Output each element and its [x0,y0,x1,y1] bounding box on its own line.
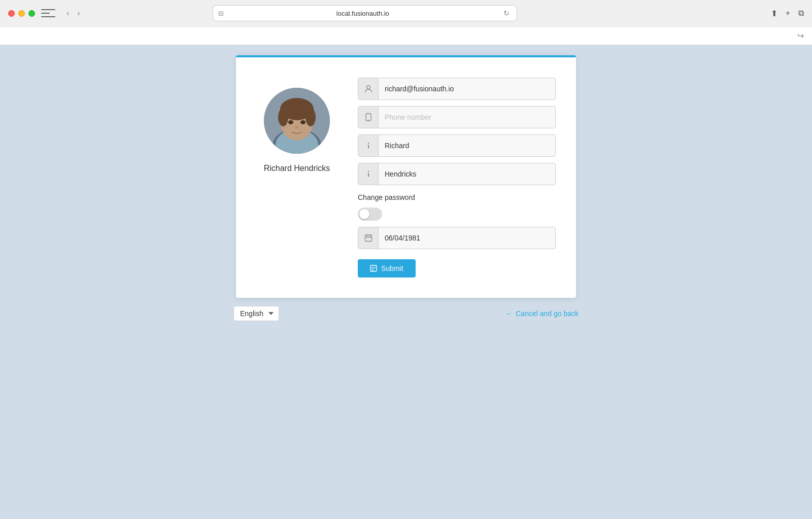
user-icon [358,78,379,99]
sidebar-toggle-icon[interactable] [41,8,55,18]
share-button[interactable]: ⬆ [771,9,777,18]
change-password-label: Change password [358,193,556,201]
calendar-icon [358,227,379,249]
refresh-button[interactable]: ↻ [501,8,512,18]
svg-point-14 [367,143,368,144]
change-password-toggle[interactable] [358,207,382,221]
svg-point-9 [300,120,306,124]
back-button[interactable]: ‹ [63,7,72,20]
svg-point-8 [288,120,293,124]
info-icon-lastname [358,163,379,185]
cancel-label: Cancel and go back [516,309,579,318]
browser-nav: ‹ › [63,7,83,20]
close-button[interactable] [8,10,15,17]
birthdate-field-group [358,227,556,249]
lastname-field-group [358,163,556,185]
firstname-input[interactable] [379,135,555,156]
browser-chrome: ‹ › ⊟ local.fusionauth.io ↻ ⬆ + ⧉ ↪ [0,0,812,45]
phone-icon [358,107,379,128]
submit-label: Submit [381,264,403,272]
maximize-button[interactable] [28,10,35,17]
avatar-panel: Richard Hendricks [256,78,337,278]
cancel-arrow: ← [505,309,513,318]
svg-point-7 [306,108,316,126]
toggle-thumb [359,209,369,219]
svg-point-13 [368,119,369,120]
browser-toolbar: ↪ [0,26,812,45]
language-select[interactable]: English [233,306,279,321]
svg-rect-17 [368,174,369,177]
lastname-input[interactable] [379,163,555,185]
address-bar[interactable]: ⊟ local.fusionauth.io ↻ [213,5,517,21]
browser-titlebar: ‹ › ⊟ local.fusionauth.io ↻ ⬆ + ⧉ [0,0,812,26]
submit-button[interactable]: Submit [358,259,416,278]
svg-point-11 [366,86,370,89]
external-link-icon[interactable]: ↪ [797,31,804,41]
svg-rect-18 [365,235,371,241]
svg-point-10 [295,126,299,129]
forward-button[interactable]: › [74,7,83,20]
avatar [264,88,330,154]
change-password-toggle-container [358,207,556,221]
minimize-button[interactable] [18,10,25,17]
svg-point-6 [278,108,288,126]
firstname-field-group [358,134,556,157]
language-selector-wrapper[interactable]: English [233,306,279,321]
phone-field-group [358,106,556,128]
svg-point-16 [367,171,368,172]
page-footer: English ← Cancel and go back [233,298,579,329]
traffic-lights [8,10,35,17]
info-icon-firstname [358,135,379,156]
phone-input[interactable] [379,107,555,128]
email-field-group [358,78,556,100]
submit-icon [370,265,377,272]
cancel-link[interactable]: ← Cancel and go back [505,309,579,318]
url-text: local.fusionauth.io [228,10,497,17]
browser-actions: ⬆ + ⧉ [771,9,804,18]
page-content: Richard Hendricks [0,45,812,519]
address-icon: ⊟ [218,10,224,17]
tab-overview-button[interactable]: ⧉ [798,9,804,18]
new-tab-button[interactable]: + [786,9,790,18]
birthdate-input[interactable] [379,227,555,249]
toggle-track [358,207,382,221]
form-panel: Change password [358,78,556,278]
form-card: Richard Hendricks [236,55,576,298]
svg-rect-15 [368,145,369,149]
avatar-image [264,88,330,154]
user-display-name: Richard Hendricks [264,164,330,173]
email-input[interactable] [379,78,555,99]
